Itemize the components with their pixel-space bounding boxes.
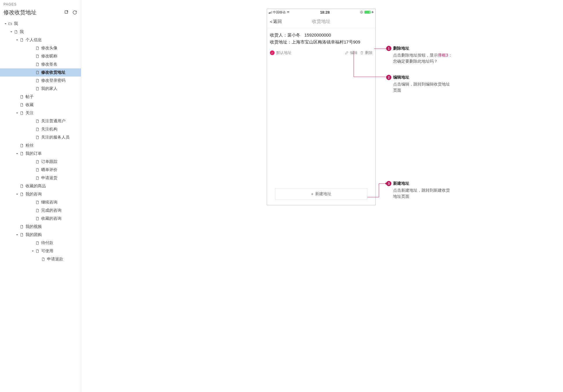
caret-icon — [31, 168, 34, 171]
tree-item[interactable]: 我的家人 — [0, 85, 81, 93]
tree-item[interactable]: 修改昵称 — [0, 52, 81, 60]
caret-icon[interactable] — [16, 112, 19, 115]
status-left: 中国移动 — [269, 10, 290, 14]
tree-item[interactable]: 收藏的咨询 — [0, 215, 81, 223]
plus-icon: + — [311, 192, 313, 196]
export-icon[interactable] — [64, 10, 69, 15]
carrier-label: 中国移动 — [273, 10, 286, 14]
tree-item-label: 我的订单 — [26, 151, 81, 156]
wifi-icon — [286, 11, 290, 14]
caret-icon — [31, 63, 34, 66]
page-icon — [35, 70, 39, 75]
tree-item[interactable]: 我 — [0, 20, 81, 28]
caret-icon[interactable] — [16, 193, 19, 196]
tree-item[interactable]: 收藏的商品 — [0, 182, 81, 190]
address-label: 收货地址： — [270, 39, 292, 44]
status-bar: 中国移动 18:28 — [267, 9, 375, 15]
caret-icon[interactable] — [16, 233, 19, 236]
tree-item[interactable]: 我的视频 — [0, 223, 81, 231]
page-icon — [14, 30, 18, 34]
tree-item[interactable]: 粉丝 — [0, 141, 81, 150]
tree-item-label: 收藏 — [26, 102, 81, 108]
tree-item[interactable]: 个人信息 — [0, 36, 81, 44]
caret-icon — [31, 217, 34, 220]
tree-item[interactable]: 收藏 — [0, 101, 81, 109]
tree-item-label: 申请退款 — [47, 257, 81, 262]
tree-item[interactable]: 关注普通用户 — [0, 117, 81, 125]
annotation-badge: 3 — [386, 181, 391, 186]
page-icon — [35, 168, 39, 172]
caret-icon — [16, 104, 19, 106]
tree-item-label: 我的家人 — [41, 86, 81, 91]
tree-item[interactable]: 关注机构 — [0, 125, 81, 133]
tree-item-label: 修改头像 — [41, 46, 81, 51]
tree-item[interactable]: 可使用 — [0, 247, 81, 255]
page-icon — [35, 46, 39, 50]
caret-icon[interactable] — [16, 39, 19, 41]
tree-item[interactable]: 帖子 — [0, 93, 81, 101]
action-row: ✓ 默认地址 编辑 删除 — [267, 48, 375, 58]
caret-icon[interactable] — [31, 250, 34, 253]
address-card: 收货人：裴小冬 15920000000 收货地址：上海市宝山区梅洛镇幸福村17号… — [267, 28, 375, 48]
tree-item[interactable]: 待付款 — [0, 239, 81, 247]
folder-icon — [8, 22, 12, 26]
caret-icon — [31, 160, 34, 163]
page-icon — [35, 79, 39, 83]
refresh-icon[interactable] — [72, 10, 77, 15]
battery-icon — [364, 11, 371, 14]
phone-mockup: 中国移动 18:28 < 返回 收货地址 收货人：裴小冬 15920000000 — [267, 9, 376, 205]
tree-item[interactable]: 我 — [0, 28, 81, 36]
caret-icon[interactable] — [16, 152, 19, 155]
tree-item[interactable]: 修改登录密码 — [0, 77, 81, 85]
caret-icon — [31, 71, 34, 74]
page-icon — [35, 87, 39, 91]
tree-item[interactable]: 我的团购 — [0, 231, 81, 239]
tree-item[interactable]: 继续咨询 — [0, 198, 81, 206]
page-icon — [20, 233, 24, 237]
page-icon — [20, 103, 24, 107]
page-icon — [35, 200, 39, 204]
tree-item-label: 晒单评价 — [41, 167, 81, 173]
tree-item-label: 我 — [20, 29, 81, 35]
back-button[interactable]: < 返回 — [270, 19, 282, 24]
caret-icon — [16, 144, 19, 147]
caret-icon[interactable] — [4, 22, 7, 25]
tree-item[interactable]: 我的咨询 — [0, 190, 81, 198]
tree-item[interactable]: 完成的咨询 — [0, 206, 81, 215]
pages-label: PAGES — [3, 2, 77, 6]
tree-item[interactable]: 申请退货 — [0, 174, 81, 182]
page-icon — [20, 144, 24, 148]
page-tree[interactable]: 我我个人信息修改头像修改昵称修改签名修改收货地址修改登录密码我的家人帖子收藏关注… — [0, 20, 81, 392]
tree-item-label: 修改登录密码 — [41, 78, 81, 83]
tree-item[interactable]: 订单跟踪 — [0, 158, 81, 166]
chevron-left-icon: < — [270, 19, 273, 24]
annotation-link[interactable]: 弹框3 — [438, 53, 448, 57]
caret-icon — [31, 177, 34, 179]
edit-label: 编辑 — [350, 50, 357, 55]
radio-checked-icon[interactable]: ✓ — [270, 50, 275, 55]
annotation-body: 点击删除地址按钮，显示弹框3：您确定要删除此地址吗？ — [386, 52, 453, 64]
tree-item[interactable]: 我的订单 — [0, 150, 81, 158]
page-icon — [41, 257, 45, 261]
page-icon — [35, 127, 39, 131]
tree-item[interactable]: 修改签名 — [0, 60, 81, 68]
tree-item[interactable]: 修改收货地址 — [0, 68, 81, 77]
edit-button[interactable]: 编辑 — [345, 50, 357, 55]
tree-item-label: 可使用 — [41, 248, 81, 254]
delete-button[interactable]: 删除 — [360, 50, 373, 55]
page-icon — [35, 62, 39, 66]
tree-item[interactable]: 修改头像 — [0, 44, 81, 52]
tree-item[interactable]: 关注的服务人员 — [0, 133, 81, 141]
new-address-button[interactable]: + 新建地址 — [275, 188, 367, 200]
tree-item[interactable]: 晒单评价 — [0, 166, 81, 174]
page-icon — [35, 160, 39, 164]
caret-icon — [31, 201, 34, 204]
tree-item[interactable]: 申请退款 — [0, 255, 81, 263]
tree-item-label: 修改昵称 — [41, 54, 81, 59]
tree-item-label: 继续咨询 — [41, 200, 81, 205]
tree-item[interactable]: 关注 — [0, 109, 81, 117]
tree-item-label: 待付款 — [41, 240, 81, 246]
tree-item-label: 粉丝 — [26, 143, 81, 148]
caret-icon — [16, 185, 19, 188]
caret-icon[interactable] — [10, 30, 13, 33]
